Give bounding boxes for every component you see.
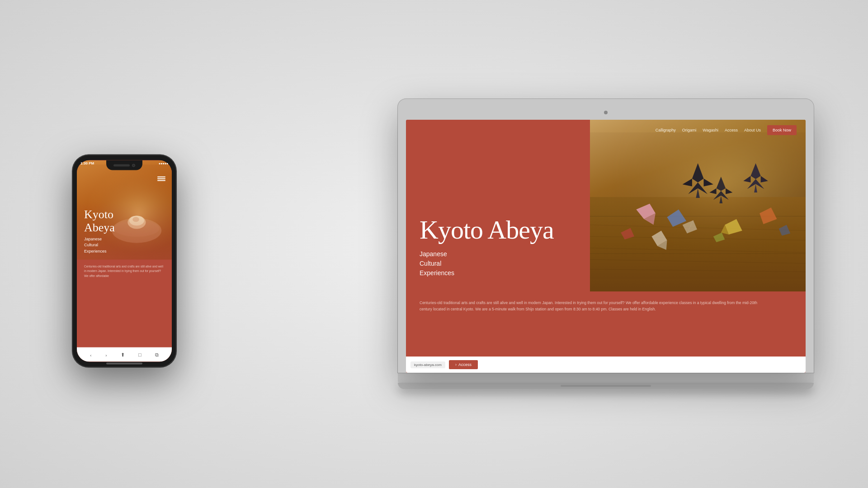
phone-time: 1:30 PM [80,161,94,165]
nav-wagashi[interactable]: Wagashi [703,128,718,132]
phone-forward-icon[interactable]: › [105,352,107,357]
laptop-camera [604,111,608,114]
phone-hero-image: Kyoto Abeya Japanese Cultural Experience… [77,160,172,260]
laptop-mockup: Calligraphy Origami Wagashi Access About… [398,99,814,389]
hamburger-line-1 [157,177,165,178]
phone-text-overlay: Kyoto Abeya Japanese Cultural Experience… [77,203,172,260]
access-arrow-icon: › [455,362,457,367]
nav-origami[interactable]: Origami [682,128,697,132]
hero-image [590,120,806,291]
phone-bottom-bar: ‹ › ⬆ □ ⧉ [77,347,172,362]
hero-section: Calligraphy Origami Wagashi Access About… [406,120,806,291]
laptop-screen: Calligraphy Origami Wagashi Access About… [406,120,806,373]
phone-hero-subtitle: Japanese Cultural Experiences [84,236,165,254]
origami-cranes-decoration [590,120,806,291]
laptop-foot-line [561,385,651,387]
address-bar: kyoto-abeya.com [410,361,445,368]
hamburger-line-3 [157,180,165,181]
phone-home-indicator[interactable] [106,363,142,365]
phone-share-icon[interactable]: ⬆ [121,352,125,357]
phone-status-bar: 1:30 PM ●●●●● [80,161,168,165]
hero-left-panel: Kyoto Abeya Japanese Cultural Experience… [406,120,590,291]
nav-about-us[interactable]: About Us [744,128,761,132]
browser-bar: kyoto-abeya.com › Access [406,357,806,373]
phone-hamburger-menu[interactable] [157,177,165,181]
laptop-body: Calligraphy Origami Wagashi Access About… [398,99,814,373]
access-label: Access [458,362,472,367]
phone-body: 1:30 PM ●●●●● [72,155,176,367]
phone-screen: Kyoto Abeya Japanese Cultural Experience… [77,160,172,362]
nav-calligraphy[interactable]: Calligraphy [656,128,676,132]
phone-signal: ●●●●● [159,162,168,165]
laptop-foot [398,383,814,389]
hamburger-line-2 [157,178,165,179]
phone-hero-title: Kyoto Abeya [84,208,165,234]
laptop-camera-bar [406,107,806,118]
phone-content: Centuries-old traditional arts and craft… [77,260,172,347]
content-description: Centuries-old traditional arts and craft… [420,300,763,312]
hero-right-panel [590,120,806,291]
nav-bar: Calligraphy Origami Wagashi Access About… [406,120,806,141]
laptop-website: Calligraphy Origami Wagashi Access About… [406,120,806,373]
book-now-button[interactable]: Book Now [767,125,797,135]
phone-mockup: 1:30 PM ●●●●● [72,155,176,367]
nav-access[interactable]: Access [725,128,738,132]
hero-title: Kyoto Abeya [420,216,576,244]
access-button[interactable]: › Access [449,360,478,369]
hero-subtitle: Japanese Cultural Experiences [420,249,576,278]
phone-description: Centuries-old traditional arts and craft… [84,264,165,278]
phone-website: Kyoto Abeya Japanese Cultural Experience… [77,160,172,362]
phone-bookmarks-icon[interactable]: □ [138,352,142,357]
svg-rect-0 [590,132,806,279]
laptop-base [398,373,814,383]
phone-tabs-icon[interactable]: ⧉ [155,352,159,357]
phone-back-icon[interactable]: ‹ [90,352,92,357]
